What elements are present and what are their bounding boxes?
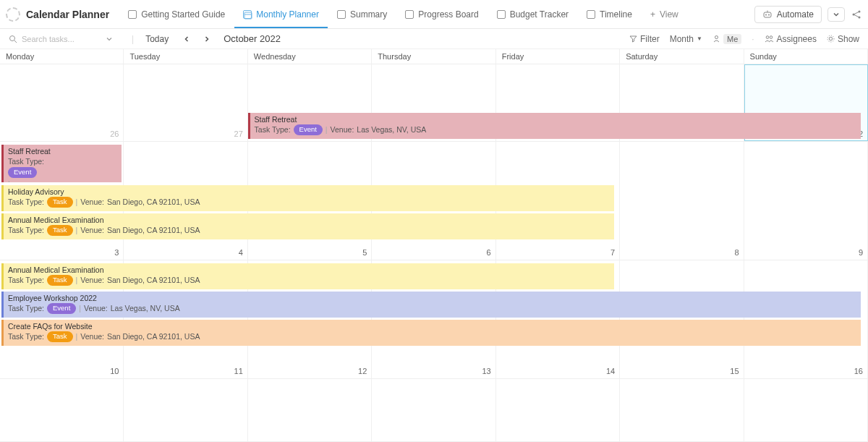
tab-label: Budget Tracker [510,9,569,20]
chevron-left-icon [183,35,190,43]
tab-monthly-planner[interactable]: Monthly Planner [234,0,328,28]
people-icon [765,35,774,43]
view-mode-button[interactable]: Month ▼ [670,34,702,44]
event-title: Employee Workshop 2022 [8,293,856,303]
date-number: 14 [606,367,615,375]
date-number: 9 [859,248,863,257]
tab-label: Getting Started Guide [141,9,225,20]
task-type-label: Task Type: [8,197,44,207]
svg-point-17 [827,35,834,42]
date-number: 13 [482,367,490,375]
add-view-button[interactable]: +View [642,0,687,28]
show-button[interactable]: Show [827,34,859,44]
filter-icon [629,35,637,43]
timeline-icon [587,10,595,19]
day-header: Wednesday [248,49,372,64]
toolbar: | Today October 2022 Filter Month ▼ Me ·… [0,29,868,49]
topbar: Calendar Planner Getting Started Guide M… [0,0,868,29]
day-cell[interactable] [372,379,495,441]
date-number: 5 [362,248,367,257]
svg-line-10 [854,14,859,17]
assignees-button[interactable]: Assignees [765,34,817,44]
svg-rect-2 [764,12,771,17]
day-cell[interactable] [124,379,247,441]
tab-timeline[interactable]: Timeline [578,0,642,28]
next-button[interactable] [200,34,213,44]
event-title: Staff Retreat [255,114,856,124]
task-type-tag: Task [47,275,73,286]
day-cell[interactable] [248,379,372,441]
event-title: Staff Retreat [8,146,117,156]
calendar-event[interactable]: Employee Workshop 2022Task Type: Event |… [1,292,861,318]
calendar: Monday Tuesday Wednesday Thursday Friday… [0,49,868,442]
date-number: 7 [610,248,615,257]
gear-icon [827,35,835,43]
event-title: Annual Medical Examination [8,215,610,225]
tab-label: Monthly Planner [256,9,319,20]
venue-value: San Diego, CA 92101, USA [107,197,200,207]
automate-dropdown[interactable] [827,7,845,22]
day-cell[interactable] [496,379,620,441]
task-type-tag: Task [47,197,73,208]
calendar-icon [243,10,252,19]
prev-button[interactable] [180,34,193,44]
calendar-event[interactable]: Annual Medical ExaminationTask Type: Tas… [1,263,614,289]
tab-progress-board[interactable]: Progress Board [396,0,488,28]
date-number: 11 [234,367,243,375]
svg-point-11 [10,35,15,41]
venue-value: Las Vegas, NV, USA [111,303,180,313]
chevron-down-icon[interactable] [106,35,113,43]
today-button[interactable]: Today [141,33,173,46]
svg-rect-0 [244,12,252,19]
svg-point-13 [715,36,718,39]
view-mode-label: Month [670,34,694,44]
task-type-label: Task Type: [8,225,44,235]
automate-button[interactable]: Automate [754,6,822,23]
me-filter[interactable]: Me [712,34,741,44]
search-input[interactable] [22,35,101,43]
date-number: 8 [734,248,739,257]
date-number: 16 [854,367,863,375]
task-type-tag: Event [294,124,323,135]
caret-down-icon: ▼ [697,35,702,42]
search-box[interactable] [9,35,124,43]
share-icon[interactable] [851,9,862,20]
search-icon [9,35,17,43]
day-header: Tuesday [124,49,247,64]
app-title: Calendar Planner [26,9,109,20]
chevron-right-icon [203,35,210,43]
day-cell[interactable] [0,379,124,441]
day-cell[interactable]: 27 [124,64,247,141]
period-label: October 2022 [224,33,281,44]
svg-point-4 [768,14,770,15]
day-cell[interactable] [744,379,868,441]
day-cell[interactable]: 8 [620,142,744,260]
week-row: 3456789Staff RetreatTask Type: Event |Ve… [0,142,868,260]
topbar-right: Automate [754,6,862,23]
app-icon [6,7,20,22]
date-number: 3 [114,248,119,257]
venue-label: Venue: [80,331,104,341]
task-type-label: Task Type: [8,331,44,341]
calendar-event[interactable]: Create FAQs for WebsiteTask Type: Task |… [1,320,861,346]
day-cell[interactable]: 26 [0,64,124,141]
task-type-tag: Event [47,303,76,314]
tab-getting-started[interactable]: Getting Started Guide [119,0,234,28]
tab-budget-tracker[interactable]: Budget Tracker [488,0,578,28]
calendar-event[interactable]: Staff RetreatTask Type: Event | Venue: L… [248,113,861,139]
tab-summary[interactable]: Summary [328,0,396,28]
svg-point-14 [766,36,769,39]
day-header: Saturday [620,49,744,64]
calendar-event[interactable]: Staff RetreatTask Type: Event |Venue: La… [1,145,122,182]
date-number: 10 [110,367,119,375]
task-type-tag: Event [8,167,37,178]
filter-button[interactable]: Filter [629,34,660,44]
day-cell[interactable]: 9 [744,142,868,260]
board-icon [405,10,414,19]
doc-icon [128,10,137,19]
calendar-event[interactable]: Annual Medical ExaminationTask Type: Tas… [1,213,614,239]
day-cell[interactable] [620,379,744,441]
venue-label: Venue: [80,275,104,285]
calendar-event[interactable]: Holiday AdvisoryTask Type: Task | Venue:… [1,185,614,211]
svg-point-15 [770,36,773,39]
